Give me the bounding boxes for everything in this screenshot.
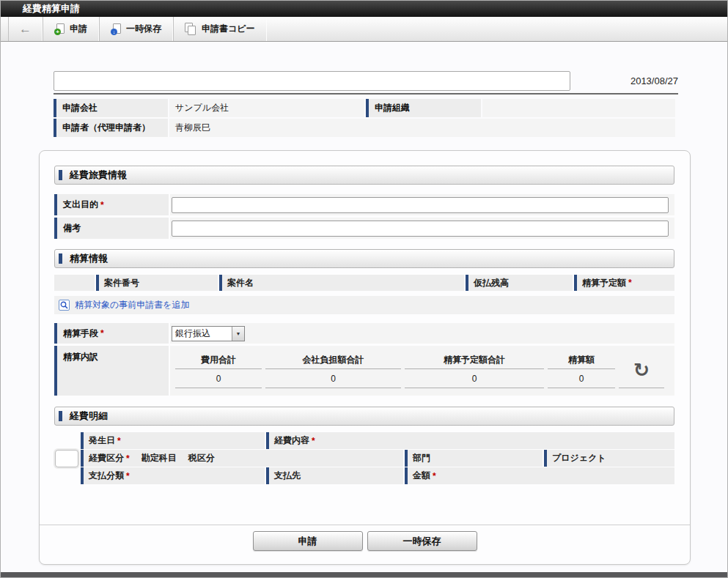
- add-pre-application-link[interactable]: 精算対象の事前申請書を追加: [54, 296, 674, 314]
- organization-label: 申請組織: [366, 99, 481, 117]
- toolbar-apply-button[interactable]: + 申請: [43, 17, 99, 41]
- section-expense-info: 経費旅費情報: [54, 166, 674, 185]
- required-mark: *: [117, 436, 121, 446]
- col-payee: 支払先: [266, 467, 403, 484]
- col-department: 部門: [405, 450, 543, 467]
- table-row: 申請会社 サンプル会社 申請組織: [54, 99, 675, 117]
- chevron-down-icon: ▼: [232, 327, 244, 341]
- bottom-status-bar: [1, 572, 727, 577]
- applicant-label: 申請者（代理申請者）: [54, 119, 168, 137]
- subject-input[interactable]: [54, 71, 570, 91]
- method-label: 精算手段*: [54, 323, 169, 344]
- method-selected-value: 銀行振込: [172, 327, 210, 340]
- col-advance-balance: 仮払残高: [466, 275, 573, 291]
- breakdown-col-cost-total: 費用合計 0: [175, 352, 262, 396]
- purpose-row: 支出目的*: [54, 194, 674, 215]
- company-value: サンプル会社: [169, 99, 364, 117]
- required-mark: *: [100, 200, 104, 210]
- required-mark: *: [126, 471, 130, 481]
- note-label: 備考: [54, 218, 169, 239]
- note-input[interactable]: [172, 221, 669, 237]
- toolbar-copy-label: 申請書コピー: [202, 23, 255, 35]
- required-mark: *: [126, 453, 130, 464]
- col-project: プロジェクト: [544, 450, 674, 467]
- planned-total-value: 0: [405, 369, 544, 388]
- detail-select-column: [54, 432, 79, 484]
- note-row: 備考: [54, 218, 674, 239]
- submit-button[interactable]: 申請: [253, 531, 363, 551]
- col-case-name: 案件名: [219, 275, 464, 291]
- toolbar-copy-button[interactable]: 申請書コピー: [173, 17, 267, 41]
- form-footer: 申請 一時保存: [40, 525, 690, 551]
- col-occurrence-date: 発生日*: [81, 432, 265, 449]
- required-mark: *: [100, 328, 104, 338]
- refresh-icon[interactable]: ↻: [633, 360, 650, 379]
- window-titlebar: 経費精算申請: [1, 1, 727, 17]
- add-link-label: 精算対象の事前申請書を追加: [75, 299, 190, 311]
- main-form-panel: 経費旅費情報 支出目的* 備考: [39, 150, 691, 565]
- expense-detail-table: 発生日* 経費内容* 経費区分* 勘定科目 税区分: [54, 432, 674, 484]
- col-expense-category: 経費区分* 勘定科目 税区分: [81, 450, 403, 467]
- settlement-amount-value: 0: [548, 369, 615, 388]
- settlement-header-row: 案件番号 案件名 仮払残高 精算予定額*: [54, 275, 674, 291]
- request-meta: 2013/08/27 申請会社 サンプル会社 申請組織 申請者（代理申請者）: [54, 71, 678, 137]
- toolbar: ← + 申請 ↓ 一時保存 申請書コピー: [1, 17, 727, 42]
- breakdown-table: 費用合計 0 会社負担額合計 0 精算予定額合計 0 精算額: [170, 346, 674, 396]
- back-button[interactable]: ←: [8, 17, 43, 41]
- section-accent-bar: [59, 411, 62, 421]
- company-label: 申請会社: [54, 99, 168, 117]
- required-mark: *: [433, 471, 436, 481]
- row-select-box[interactable]: [55, 450, 78, 467]
- subject-row: 2013/08/27: [54, 71, 678, 91]
- settlement-breakdown-row: 精算内訳 費用合計 0 会社負担額合計 0 精算予定額合計: [54, 346, 674, 396]
- col-payment-class: 支払分類*: [81, 467, 265, 484]
- applicant-table: 申請会社 サンプル会社 申請組織 申請者（代理申請者） 青柳辰巳: [54, 99, 675, 137]
- account-title-label: 勘定科目: [141, 452, 177, 464]
- applicant-value: 青柳辰巳: [169, 119, 675, 137]
- breakdown-label: 精算内訳: [54, 346, 169, 396]
- breakdown-col-settlement-amount: 精算額 0: [548, 352, 615, 396]
- temp-save-button[interactable]: 一時保存: [367, 531, 477, 551]
- back-arrow-icon: ←: [19, 23, 32, 35]
- settlement-method-row: 精算手段* 銀行振込 ▼: [54, 323, 674, 344]
- cost-total-value: 0: [175, 369, 262, 388]
- section-expense-detail: 経費明細: [54, 407, 674, 426]
- toolbar-apply-label: 申請: [70, 23, 87, 35]
- recalculate-cell: ↻: [619, 352, 664, 388]
- table-row: 申請者（代理申請者） 青柳辰巳: [54, 119, 675, 137]
- document-download-icon: ↓: [111, 23, 121, 35]
- detail-header-row-2: 経費区分* 勘定科目 税区分 部門 プロジェクト: [81, 450, 674, 467]
- detail-header-row-3: 支払分類* 支払先 金額*: [81, 467, 674, 484]
- col-planned-amount: 精算予定額*: [574, 275, 674, 291]
- page-content: 2013/08/27 申請会社 サンプル会社 申請組織 申請者（代理申請者）: [1, 42, 727, 577]
- method-select[interactable]: 銀行振込 ▼: [172, 326, 245, 341]
- organization-value: [482, 99, 675, 117]
- request-date: 2013/08/27: [630, 75, 678, 86]
- breakdown-col-planned-total: 精算予定額合計 0: [405, 352, 544, 396]
- app-window: 経費精算申請 ← + 申請 ↓ 一時保存 申請書コピー: [0, 0, 728, 578]
- settlement-empty-header: [54, 275, 95, 291]
- required-mark: *: [628, 278, 632, 288]
- purpose-label: 支出目的*: [54, 194, 169, 215]
- company-total-value: 0: [265, 369, 401, 388]
- page-title: 経費精算申請: [23, 3, 80, 14]
- col-amount: 金額*: [405, 467, 674, 484]
- document-plus-icon: +: [54, 23, 65, 35]
- col-case-number: 案件番号: [96, 275, 218, 291]
- col-expense-content: 経費内容*: [266, 432, 674, 449]
- detail-header-row-1: 発生日* 経費内容*: [81, 432, 674, 449]
- breakdown-col-company-total: 会社負担額合計 0: [265, 352, 401, 396]
- section-accent-bar: [59, 170, 62, 180]
- search-icon: [59, 300, 70, 311]
- toolbar-temp-save-label: 一時保存: [126, 23, 161, 35]
- meta-divider: [54, 93, 678, 95]
- section-settlement: 精算情報: [54, 249, 674, 268]
- copy-document-icon: [185, 23, 196, 35]
- purpose-input[interactable]: [172, 197, 669, 213]
- required-mark: *: [312, 436, 315, 446]
- tax-category-label: 税区分: [188, 452, 215, 464]
- section-accent-bar: [59, 253, 62, 264]
- toolbar-temp-save-button[interactable]: ↓ 一時保存: [99, 17, 173, 41]
